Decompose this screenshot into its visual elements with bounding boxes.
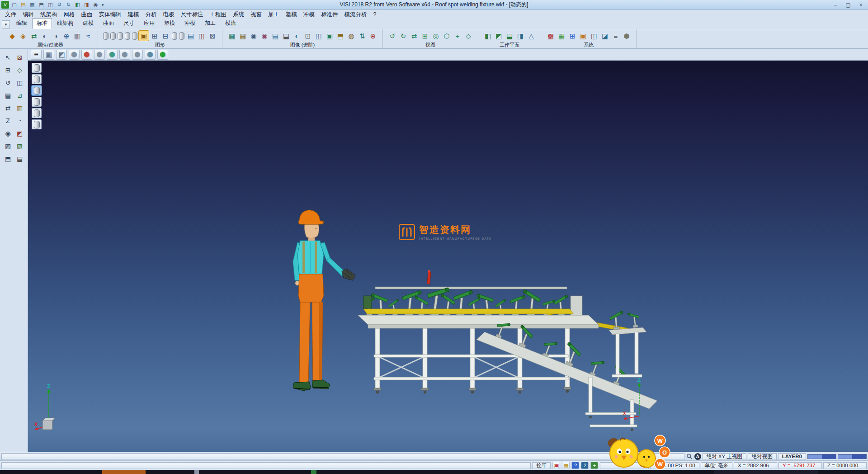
minimize-button[interactable]: – xyxy=(829,1,842,9)
selection-set-4[interactable] xyxy=(32,97,42,107)
select-arrow-icon[interactable]: ↖ xyxy=(3,52,13,62)
save-file-icon[interactable]: ▦ xyxy=(28,1,36,9)
zoom-window-icon[interactable]: ⊞ xyxy=(420,31,430,41)
layer-bar-2[interactable] xyxy=(838,454,867,459)
export-icon[interactable]: ⬒ xyxy=(3,154,13,164)
menu-item-加工[interactable]: 加工 xyxy=(265,10,283,19)
dim-icon[interactable]: ⇄ xyxy=(3,103,13,113)
lock-toggle[interactable]: 拴牢 xyxy=(532,462,551,469)
assistant-badge[interactable]: A xyxy=(694,453,701,460)
shadow-icon[interactable]: ⬓ xyxy=(281,31,291,41)
light-icon[interactable]: ◐ xyxy=(292,31,302,41)
zoom-all-icon[interactable]: ◎ xyxy=(431,31,441,41)
tab-编辑[interactable]: 编辑 xyxy=(12,18,32,29)
search-icon[interactable] xyxy=(686,453,693,460)
attribute-brush-icon[interactable]: ◈ xyxy=(18,31,28,41)
book-icon[interactable]: ▧ xyxy=(15,141,25,151)
layers-icon[interactable]: ▤ xyxy=(3,90,13,100)
workplane-side-icon[interactable]: ◨ xyxy=(515,31,525,41)
tab-塑模[interactable]: 塑模 xyxy=(160,18,179,29)
visi-logo-icon[interactable]: V xyxy=(1,1,9,9)
entity-cylinder-2[interactable] xyxy=(110,32,116,40)
view-cube-left-icon[interactable]: ⬢ xyxy=(107,50,118,60)
view-multi-icon[interactable]: ◩ xyxy=(56,50,67,60)
layer-count-icon[interactable]: 2 xyxy=(581,462,589,469)
close-button[interactable]: × xyxy=(854,1,867,9)
person-icon[interactable]: ◉ xyxy=(3,128,13,138)
material-icon[interactable]: ◨ xyxy=(83,1,90,9)
view-cube-shaded-icon[interactable]: ⬢ xyxy=(157,50,168,60)
entity-cylinder-5[interactable] xyxy=(132,32,137,40)
taskbar-tray[interactable] xyxy=(714,470,818,474)
render-mode-icon[interactable]: ◧ xyxy=(74,1,81,9)
color-palette-icon[interactable]: ▩ xyxy=(546,31,556,41)
snap-grid-icon[interactable]: ⊞ xyxy=(3,65,13,75)
clock-icon[interactable]: ◔ xyxy=(15,116,25,126)
filter-add-icon[interactable]: ⊕ xyxy=(61,31,71,41)
view-cube-iso-icon[interactable]: ⬢ xyxy=(132,50,143,60)
active-layer-field[interactable]: LAYER0 xyxy=(778,453,806,460)
workplane-bottom-icon[interactable]: ⬓ xyxy=(505,31,514,41)
taskbar-app-light[interactable] xyxy=(194,470,199,474)
right-fixture-tower[interactable] xyxy=(609,311,646,377)
snap-settings-icon[interactable]: ▣ xyxy=(578,31,588,41)
pin-icon[interactable]: ◉ xyxy=(92,1,99,9)
tab-尺寸[interactable]: 尺寸 xyxy=(119,18,139,29)
tab-冲模[interactable]: 冲模 xyxy=(180,18,200,29)
view-list-icon[interactable]: ≡ xyxy=(31,50,42,60)
rotate-left-icon[interactable]: ↺ xyxy=(387,31,397,41)
note-icon[interactable]: ▥ xyxy=(15,103,25,113)
menu-item-视窗[interactable]: 视窗 xyxy=(247,10,265,19)
workplane-xy-icon[interactable]: ◧ xyxy=(483,31,493,41)
menu-item-标准件[interactable]: 标准件 xyxy=(318,10,341,19)
print-image-icon[interactable]: ⬒ xyxy=(335,31,345,41)
undo-icon[interactable]: ↺ xyxy=(56,1,63,9)
zchar-icon[interactable]: Z xyxy=(3,116,13,126)
redo-icon[interactable]: ↻ xyxy=(65,1,72,9)
swap-attr-icon[interactable]: ⇄ xyxy=(29,31,39,41)
tab-标准[interactable]: 标准 xyxy=(32,18,52,29)
rotate-right-icon[interactable]: ↻ xyxy=(398,31,408,41)
sketch-icon[interactable]: ◇ xyxy=(15,65,25,75)
measure-icon[interactable]: ⊿ xyxy=(15,90,25,100)
entity-cylinder-3[interactable] xyxy=(118,32,123,40)
tools-toggle-icon[interactable]: + xyxy=(590,462,598,469)
tab-dropdown-button[interactable]: ▼ xyxy=(2,20,10,28)
selection-set-2[interactable] xyxy=(32,74,42,84)
solid-box-icon[interactable]: ⊠ xyxy=(208,31,217,41)
tab-曲面[interactable]: 曲面 xyxy=(99,18,118,29)
selection-set-3[interactable] xyxy=(32,85,42,95)
worker-figure[interactable] xyxy=(293,210,355,391)
flag-icon[interactable]: ◩ xyxy=(15,128,25,138)
tab-线架构[interactable]: 线架构 xyxy=(52,18,78,29)
taskbar-app-green[interactable] xyxy=(311,470,316,474)
split-view-icon[interactable]: ◫ xyxy=(197,31,207,41)
view-cube-top-icon[interactable]: ⬢ xyxy=(69,50,80,60)
quick-access-caret-icon[interactable]: ▾ xyxy=(100,3,106,7)
tab-应用[interactable]: 应用 xyxy=(139,18,159,29)
view-cube-dim-icon[interactable]: ⬢ xyxy=(145,50,156,60)
entity-cylinder-6[interactable] xyxy=(172,32,177,40)
workplane-corner-icon[interactable]: ◩ xyxy=(494,31,504,41)
view-window-icon[interactable]: ▣ xyxy=(43,50,54,60)
wireframe-icon[interactable]: ⊞ xyxy=(150,31,160,41)
chart-icon[interactable]: ▨ xyxy=(3,141,13,151)
trim-icon[interactable]: ⊠ xyxy=(15,52,25,62)
add-image-icon[interactable]: ⊕ xyxy=(368,31,378,41)
list-config-icon[interactable]: ≡ xyxy=(611,31,621,41)
camera-icon[interactable]: ◉ xyxy=(249,31,259,41)
new-file-icon[interactable]: ▢ xyxy=(10,1,18,9)
filter-half-icon[interactable]: ◐ xyxy=(40,31,50,41)
group-icon[interactable]: ▤ xyxy=(186,31,196,41)
transform-icon[interactable]: ↺ xyxy=(3,78,13,88)
image-capture-icon[interactable]: ▦ xyxy=(227,31,237,41)
print-icon[interactable]: ⬒ xyxy=(38,1,45,9)
camera2-icon[interactable]: ◉ xyxy=(259,31,269,41)
menu-item-塑模[interactable]: 塑模 xyxy=(283,10,300,19)
tab-加工[interactable]: 加工 xyxy=(200,18,220,29)
grid-toggle-icon[interactable]: ▦ xyxy=(562,462,570,469)
selection-set-5[interactable] xyxy=(32,108,42,118)
view-orientation-field[interactable]: 绝对 XY 上视图 xyxy=(703,453,746,460)
frame-icon[interactable]: ⊡ xyxy=(303,31,313,41)
entity-cylinder-7[interactable] xyxy=(179,32,184,40)
